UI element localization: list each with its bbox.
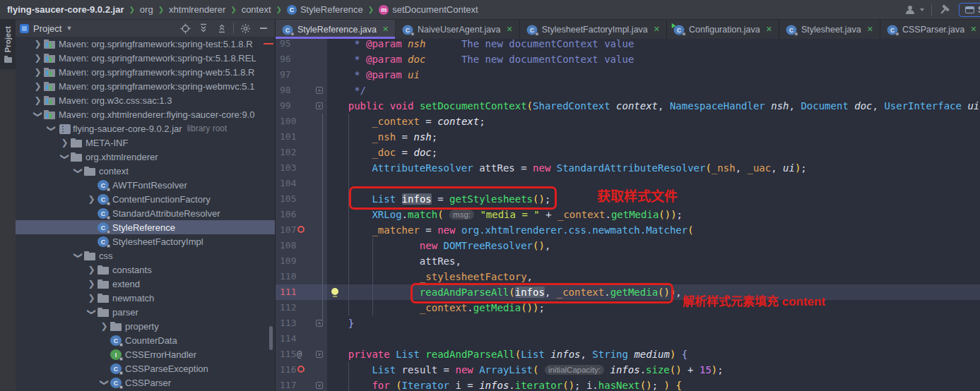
tree-item[interactable]: CStandardAttributeResolver: [16, 206, 276, 220]
editor-tab[interactable]: CStylesheet.java✕: [779, 20, 880, 39]
locate-file-button[interactable]: [178, 21, 192, 35]
tree-item[interactable]: ❯context: [16, 164, 276, 178]
code-line[interactable]: 107 _matcher = new org.xhtmlrenderer.css…: [276, 222, 980, 238]
close-icon[interactable]: ✕: [766, 25, 772, 34]
code-line[interactable]: 98˄ */: [276, 83, 980, 98]
code-line[interactable]: 108 new DOMTreeResolver(),: [276, 238, 980, 253]
tree-item[interactable]: CCSSParseException: [16, 361, 276, 375]
chevron-down-icon[interactable]: ❯: [60, 151, 70, 163]
tree-scrollbar[interactable]: [269, 326, 273, 350]
tree-item[interactable]: CAWTFontResolver: [16, 178, 276, 192]
editor-tab[interactable]: CStylesheetFactoryImpl.java✕: [520, 20, 667, 39]
code-line[interactable]: 99˅ public void setDocumentContext(Share…: [276, 98, 980, 114]
collapse-all-button[interactable]: [215, 21, 229, 35]
code-line[interactable]: 103 AttributeResolver attRes = new Stand…: [276, 160, 980, 176]
tree-item[interactable]: ❯extend: [16, 277, 276, 291]
fold-marker-icon[interactable]: ˅: [316, 102, 323, 109]
code-line[interactable]: 100 _context = context;: [276, 114, 980, 129]
fold-marker-icon[interactable]: ˄: [316, 87, 323, 94]
tree-item[interactable]: ❯property: [16, 319, 276, 333]
editor-tab[interactable]: CNaiveUserAgent.java✕: [396, 20, 520, 39]
code-line[interactable]: 109 attRes,: [276, 253, 980, 269]
chevron-right-icon[interactable]: ❯: [32, 67, 44, 77]
editor-tab[interactable]: CCSSParser.java✕: [880, 20, 980, 39]
code-line[interactable]: 106 XRLog.match( msg: "media = " + _cont…: [276, 207, 980, 222]
tool-window-tab-project[interactable]: Project: [0, 20, 16, 69]
breadcrumb-item[interactable]: xhtmlrenderer: [169, 4, 225, 15]
tree-item-label: CSSErrorHandler: [125, 349, 196, 360]
close-icon[interactable]: ✕: [970, 25, 976, 34]
chevron-down-icon[interactable]: ❯: [47, 123, 57, 135]
tree-item[interactable]: ❯CCSSParser: [16, 375, 276, 390]
tree-item[interactable]: ❯CContentFunctionFactory: [16, 192, 276, 206]
chevron-right-icon[interactable]: ❯: [98, 321, 110, 331]
close-icon[interactable]: ✕: [654, 25, 660, 34]
code-line[interactable]: 102 _doc = doc;: [276, 145, 980, 160]
tree-item[interactable]: ❯Maven: org.xhtmlrenderer:flying-saucer-…: [16, 107, 276, 121]
settings-gear-icon[interactable]: [238, 21, 252, 35]
tree-item[interactable]: CCounterData: [16, 333, 276, 347]
fold-marker-icon[interactable]: ˅: [316, 351, 323, 358]
chevron-down-icon[interactable]: ❯: [33, 109, 43, 121]
code-line[interactable]: 96 * @param doc The new documentContext …: [276, 52, 980, 67]
tree-item[interactable]: CStylesheetFactoryImpl: [16, 234, 276, 248]
tree-item[interactable]: CStyleReference: [16, 220, 276, 234]
code-line[interactable]: 113˄ }: [276, 315, 980, 331]
chevron-down-icon[interactable]: ❯: [100, 377, 110, 389]
chevron-right-icon[interactable]: ❯: [32, 81, 44, 91]
code-line[interactable]: 111 readAndParseAll(infos, _context.getM…: [276, 284, 980, 300]
breakpoint-icon[interactable]: [297, 366, 305, 373]
tree-item[interactable]: ❯Maven: org.springframework:spring-web:5…: [16, 65, 276, 79]
expand-all-button[interactable]: [196, 21, 211, 35]
breakpoint-icon[interactable]: [297, 226, 305, 233]
chevron-right-icon[interactable]: ❯: [59, 138, 71, 148]
breadcrumb-item[interactable]: flying-saucer-core-9.0.2.jar: [7, 4, 124, 15]
intention-bulb-icon[interactable]: [331, 288, 338, 295]
breadcrumb-item[interactable]: CStyleReference: [287, 4, 363, 15]
user-profile-icon[interactable]: [905, 3, 925, 17]
code-line[interactable]: 97 * @param ui: [276, 67, 980, 83]
editor-tab[interactable]: CStyleReference.java✕: [276, 20, 396, 39]
code-line[interactable]: 116 List result = new ArrayList( initial…: [276, 362, 980, 378]
tree-item[interactable]: ❯constants: [16, 263, 276, 277]
tree-item[interactable]: ❯Maven: org.springframework:spring-tx:5.…: [16, 51, 276, 65]
hide-panel-button[interactable]: [256, 21, 271, 35]
chevron-right-icon[interactable]: ❯: [85, 265, 98, 275]
tree-item[interactable]: ❯parser: [16, 305, 276, 319]
code-line[interactable]: 114: [276, 331, 980, 347]
close-icon[interactable]: ✕: [867, 25, 873, 34]
tree-item[interactable]: ❯Maven: org.springframework:spring-test:…: [16, 37, 276, 51]
chevron-right-icon[interactable]: ❯: [85, 279, 98, 289]
code-line[interactable]: 112 _context.getMedia());: [276, 300, 980, 315]
tree-item[interactable]: ❯Maven: org.springframework:spring-webmv…: [16, 79, 276, 93]
chevron-down-icon[interactable]: ❯: [87, 306, 97, 318]
close-icon[interactable]: ✕: [382, 25, 389, 34]
code-line[interactable]: 117˅ for (Iterator i = infos.iterator();…: [276, 378, 980, 391]
breadcrumb-item[interactable]: msetDocumentContext: [379, 4, 478, 15]
chevron-right-icon[interactable]: ❯: [32, 95, 44, 105]
tree-item[interactable]: ❯css: [16, 248, 276, 263]
tree-item[interactable]: ❯META-INF: [16, 136, 276, 150]
breadcrumb-item[interactable]: org: [140, 4, 153, 15]
tree-item[interactable]: ❯Maven: org.w3c.css:sac:1.3: [16, 93, 276, 107]
tree-item[interactable]: ❯newmatch: [16, 291, 276, 305]
code-line[interactable]: 110 _stylesheetFactory,: [276, 269, 980, 284]
code-line[interactable]: 115@˅ private List readAndParseAll(List …: [276, 347, 980, 362]
chevron-right-icon[interactable]: ❯: [85, 194, 98, 204]
chevron-down-icon[interactable]: ❯: [73, 250, 83, 262]
chevron-right-icon[interactable]: ❯: [32, 39, 44, 49]
chevron-down-icon[interactable]: ❯: [73, 165, 83, 177]
chevron-right-icon[interactable]: ❯: [32, 53, 44, 63]
editor-tab[interactable]: CConfiguration.java✕: [667, 20, 779, 39]
chevron-right-icon[interactable]: ❯: [85, 293, 98, 303]
tree-item[interactable]: ❯org.xhtmlrenderer: [16, 150, 276, 164]
breadcrumb-item[interactable]: context: [242, 4, 271, 15]
run-config-button[interactable]: S: [959, 3, 980, 17]
tree-item[interactable]: ICSSErrorHandler: [16, 347, 276, 361]
fold-marker-icon[interactable]: ˅: [316, 382, 323, 389]
code-line[interactable]: 101 _nsh = nsh;: [276, 129, 980, 145]
tree-item[interactable]: ❯flying-saucer-core-9.0.2.jarlibrary roo…: [16, 121, 276, 136]
chevron-down-icon[interactable]: ▼: [66, 25, 72, 32]
build-hammer-icon[interactable]: [938, 3, 952, 17]
close-icon[interactable]: ✕: [507, 25, 513, 34]
